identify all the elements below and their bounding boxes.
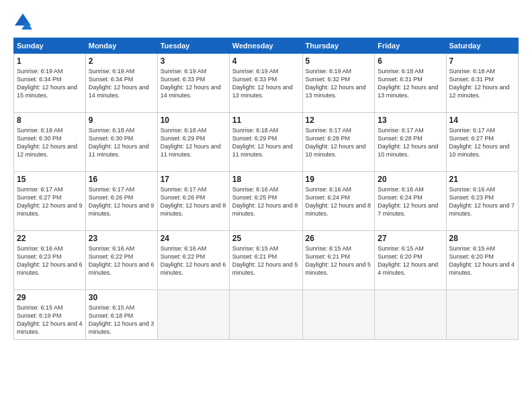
day-number: 7	[449, 56, 515, 66]
day-number: 1	[17, 56, 83, 66]
calendar-cell: 4Sunrise: 6:19 AMSunset: 6:33 PMDaylight…	[229, 54, 302, 113]
weekday-header-row: SundayMondayTuesdayWednesdayThursdayFrid…	[14, 38, 519, 54]
weekday-wednesday: Wednesday	[229, 38, 302, 54]
day-info: Sunrise: 6:15 AMSunset: 6:20 PMDaylight:…	[449, 244, 515, 277]
calendar-cell: 27Sunrise: 6:15 AMSunset: 6:20 PMDayligh…	[375, 231, 446, 290]
day-info: Sunrise: 6:18 AMSunset: 6:31 PMDaylight:…	[378, 67, 443, 100]
calendar-cell: 18Sunrise: 6:16 AMSunset: 6:25 PMDayligh…	[229, 172, 302, 231]
day-info: Sunrise: 6:15 AMSunset: 6:18 PMDaylight:…	[89, 304, 154, 336]
day-number: 3	[161, 56, 226, 66]
day-number: 9	[89, 116, 154, 125]
calendar-cell	[302, 290, 375, 340]
calendar-cell: 17Sunrise: 6:17 AMSunset: 6:26 PMDayligh…	[157, 172, 229, 231]
logo-icon	[13, 12, 32, 31]
weekday-monday: Monday	[85, 38, 157, 54]
week-row-4: 29Sunrise: 6:15 AMSunset: 6:19 PMDayligh…	[14, 290, 519, 340]
day-number: 6	[378, 56, 443, 66]
day-info: Sunrise: 6:16 AMSunset: 6:24 PMDaylight:…	[378, 185, 443, 218]
day-info: Sunrise: 6:17 AMSunset: 6:26 PMDaylight:…	[161, 185, 226, 218]
calendar-cell: 11Sunrise: 6:18 AMSunset: 6:29 PMDayligh…	[229, 113, 302, 172]
header	[13, 12, 519, 31]
day-info: Sunrise: 6:17 AMSunset: 6:26 PMDaylight:…	[89, 185, 154, 218]
day-info: Sunrise: 6:16 AMSunset: 6:23 PMDaylight:…	[449, 185, 515, 218]
calendar-cell: 23Sunrise: 6:16 AMSunset: 6:22 PMDayligh…	[85, 231, 157, 290]
calendar-cell	[157, 290, 229, 340]
page: SundayMondayTuesdayWednesdayThursdayFrid…	[0, 0, 532, 411]
calendar-cell	[375, 290, 446, 340]
calendar-cell: 29Sunrise: 6:15 AMSunset: 6:19 PMDayligh…	[14, 290, 86, 340]
day-info: Sunrise: 6:19 AMSunset: 6:34 PMDaylight:…	[17, 67, 83, 100]
day-number: 5	[306, 56, 372, 66]
calendar-cell: 6Sunrise: 6:18 AMSunset: 6:31 PMDaylight…	[375, 54, 446, 113]
day-info: Sunrise: 6:18 AMSunset: 6:29 PMDaylight:…	[232, 126, 300, 159]
weekday-sunday: Sunday	[14, 38, 86, 54]
week-row-0: 1Sunrise: 6:19 AMSunset: 6:34 PMDaylight…	[14, 54, 519, 113]
day-number: 26	[306, 234, 372, 243]
day-info: Sunrise: 6:18 AMSunset: 6:30 PMDaylight:…	[17, 126, 83, 159]
day-number: 4	[232, 56, 300, 66]
weekday-friday: Friday	[375, 38, 446, 54]
day-info: Sunrise: 6:17 AMSunset: 6:28 PMDaylight:…	[306, 126, 372, 159]
day-number: 29	[17, 293, 83, 302]
day-number: 11	[232, 116, 300, 125]
day-number: 27	[378, 234, 443, 243]
day-info: Sunrise: 6:16 AMSunset: 6:24 PMDaylight:…	[306, 185, 372, 218]
calendar-cell: 19Sunrise: 6:16 AMSunset: 6:24 PMDayligh…	[302, 172, 375, 231]
calendar-cell: 1Sunrise: 6:19 AMSunset: 6:34 PMDaylight…	[14, 54, 86, 113]
calendar-cell: 15Sunrise: 6:17 AMSunset: 6:27 PMDayligh…	[14, 172, 86, 231]
calendar-cell: 5Sunrise: 6:19 AMSunset: 6:32 PMDaylight…	[302, 54, 375, 113]
calendar-cell: 20Sunrise: 6:16 AMSunset: 6:24 PMDayligh…	[375, 172, 446, 231]
day-info: Sunrise: 6:15 AMSunset: 6:21 PMDaylight:…	[232, 244, 300, 277]
logo	[13, 12, 35, 31]
calendar-body: 1Sunrise: 6:19 AMSunset: 6:34 PMDaylight…	[14, 54, 519, 340]
calendar-cell: 13Sunrise: 6:17 AMSunset: 6:28 PMDayligh…	[375, 113, 446, 172]
week-row-2: 15Sunrise: 6:17 AMSunset: 6:27 PMDayligh…	[14, 172, 519, 231]
day-number: 13	[378, 116, 443, 125]
calendar-cell: 28Sunrise: 6:15 AMSunset: 6:20 PMDayligh…	[446, 231, 518, 290]
calendar-cell: 8Sunrise: 6:18 AMSunset: 6:30 PMDaylight…	[14, 113, 86, 172]
day-number: 20	[378, 175, 443, 184]
day-number: 30	[89, 293, 154, 302]
day-info: Sunrise: 6:16 AMSunset: 6:23 PMDaylight:…	[17, 244, 83, 277]
day-info: Sunrise: 6:16 AMSunset: 6:22 PMDaylight:…	[89, 244, 154, 277]
calendar-cell: 25Sunrise: 6:15 AMSunset: 6:21 PMDayligh…	[229, 231, 302, 290]
week-row-1: 8Sunrise: 6:18 AMSunset: 6:30 PMDaylight…	[14, 113, 519, 172]
day-number: 15	[17, 175, 83, 184]
day-number: 12	[306, 116, 372, 125]
day-info: Sunrise: 6:19 AMSunset: 6:33 PMDaylight:…	[161, 67, 226, 100]
calendar-cell: 10Sunrise: 6:18 AMSunset: 6:29 PMDayligh…	[157, 113, 229, 172]
calendar-cell: 3Sunrise: 6:19 AMSunset: 6:33 PMDaylight…	[157, 54, 229, 113]
day-info: Sunrise: 6:16 AMSunset: 6:22 PMDaylight:…	[161, 244, 226, 277]
calendar-cell: 9Sunrise: 6:18 AMSunset: 6:30 PMDaylight…	[85, 113, 157, 172]
calendar-cell: 14Sunrise: 6:17 AMSunset: 6:27 PMDayligh…	[446, 113, 518, 172]
weekday-tuesday: Tuesday	[157, 38, 229, 54]
weekday-saturday: Saturday	[446, 38, 518, 54]
day-info: Sunrise: 6:16 AMSunset: 6:25 PMDaylight:…	[232, 185, 300, 218]
day-info: Sunrise: 6:17 AMSunset: 6:27 PMDaylight:…	[449, 126, 515, 159]
day-number: 19	[306, 175, 372, 184]
calendar-table: SundayMondayTuesdayWednesdayThursdayFrid…	[13, 38, 519, 340]
calendar-cell: 2Sunrise: 6:19 AMSunset: 6:34 PMDaylight…	[85, 54, 157, 113]
day-info: Sunrise: 6:18 AMSunset: 6:31 PMDaylight:…	[449, 67, 515, 100]
day-info: Sunrise: 6:15 AMSunset: 6:20 PMDaylight:…	[378, 244, 443, 277]
calendar-cell: 12Sunrise: 6:17 AMSunset: 6:28 PMDayligh…	[302, 113, 375, 172]
day-info: Sunrise: 6:17 AMSunset: 6:27 PMDaylight:…	[17, 185, 83, 218]
day-number: 8	[17, 116, 83, 125]
day-info: Sunrise: 6:15 AMSunset: 6:19 PMDaylight:…	[17, 304, 83, 336]
day-info: Sunrise: 6:18 AMSunset: 6:29 PMDaylight:…	[161, 126, 226, 159]
weekday-thursday: Thursday	[302, 38, 375, 54]
calendar-cell: 21Sunrise: 6:16 AMSunset: 6:23 PMDayligh…	[446, 172, 518, 231]
day-number: 23	[89, 234, 154, 243]
day-number: 10	[161, 116, 226, 125]
calendar-cell: 7Sunrise: 6:18 AMSunset: 6:31 PMDaylight…	[446, 54, 518, 113]
calendar-cell: 22Sunrise: 6:16 AMSunset: 6:23 PMDayligh…	[14, 231, 86, 290]
day-info: Sunrise: 6:19 AMSunset: 6:34 PMDaylight:…	[89, 67, 154, 100]
day-number: 17	[161, 175, 226, 184]
day-number: 21	[449, 175, 515, 184]
day-number: 14	[449, 116, 515, 125]
calendar-cell	[229, 290, 302, 340]
day-number: 16	[89, 175, 154, 184]
day-info: Sunrise: 6:15 AMSunset: 6:21 PMDaylight:…	[306, 244, 372, 277]
day-number: 28	[449, 234, 515, 243]
day-number: 24	[161, 234, 226, 243]
